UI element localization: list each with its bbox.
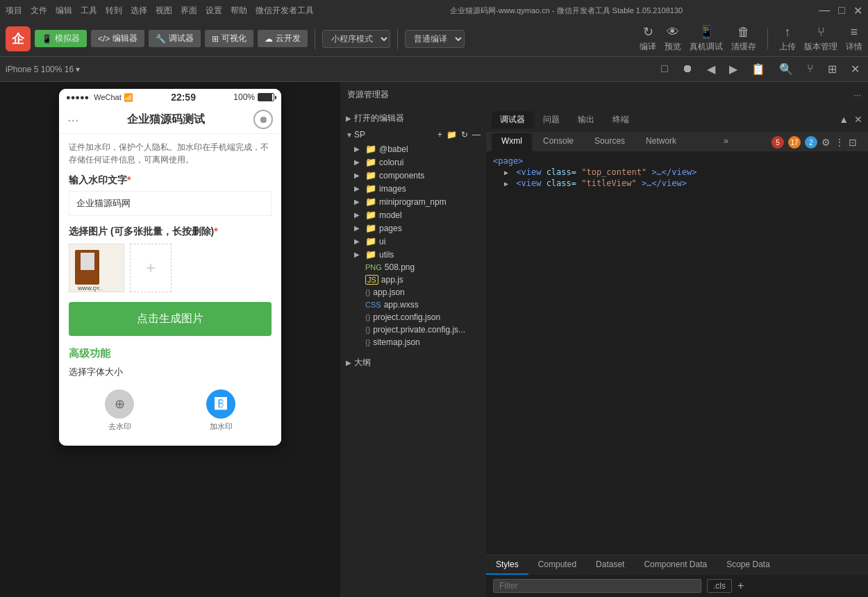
details-button[interactable]: ≡ 详情 [846, 25, 862, 53]
tree-item-colorui[interactable]: ▶ 📁 colorui [340, 155, 486, 169]
tree-item-babel[interactable]: ▶ 📁 @babel [340, 142, 486, 155]
debug-close-icon[interactable]: ✕ [854, 114, 862, 125]
compile-button[interactable]: ↻ 编译 [640, 24, 656, 53]
clear-cache-button[interactable]: 🗑 清缓存 [731, 25, 756, 53]
cls-button[interactable]: .cls [707, 579, 732, 593]
record-icon[interactable]: ⏺ [679, 61, 696, 77]
generate-image-button[interactable]: 点击生成图片 [69, 302, 272, 336]
tab-debugger[interactable]: 调试器 [492, 111, 533, 128]
dom-arrow-2[interactable]: ▶ [504, 180, 508, 187]
add-watermark-icon[interactable]: 🅱 加水印 [206, 389, 235, 432]
menu-item-goto[interactable]: 转到 [106, 5, 122, 17]
watermark-input[interactable]: 企业猫源码网 [69, 191, 272, 216]
back-icon[interactable]: ◀ [704, 61, 718, 77]
sp-root-section[interactable]: ▼ SP + 📁 ↻ — [340, 127, 486, 142]
styles-filter-input[interactable] [493, 579, 701, 593]
refresh-icon[interactable]: ↻ [461, 130, 468, 140]
menu-bar[interactable]: 项目 文件 编辑 工具 转到 选择 视图 界面 设置 帮助 微信开发者工具 [6, 5, 314, 17]
phone-time: 22:59 [171, 92, 196, 103]
tree-item-508png[interactable]: ▶ PNG 508.png [340, 261, 486, 274]
debugger-button[interactable]: 🔧 调试器 [149, 30, 201, 47]
close-secondary-icon[interactable]: ✕ [848, 61, 862, 77]
add-style-icon[interactable]: + [737, 580, 744, 592]
add-folder-icon[interactable]: 📁 [446, 130, 457, 140]
minimize-button[interactable]: — [819, 4, 830, 17]
compile-icon: ↻ [643, 24, 653, 40]
window-controls[interactable]: — □ ✕ [819, 4, 862, 17]
simulator-button[interactable]: 📱 模拟器 [35, 30, 87, 47]
tree-item-appjs[interactable]: ▶ JS app.js [340, 274, 486, 286]
remove-watermark-icon[interactable]: ⊕ 去水印 [105, 389, 134, 432]
debug-menu-icon[interactable]: ⋮ [835, 137, 844, 148]
visualize-button[interactable]: ⊞ 可视化 [205, 30, 253, 47]
dom-line-top-content[interactable]: ▶ <view class= "top_content" >…</view> [493, 167, 861, 178]
file-manager-actions[interactable]: ··· [853, 90, 861, 100]
grid-icon[interactable]: ⊞ [825, 61, 840, 77]
tree-item-images[interactable]: ▶ 📁 images [340, 182, 486, 195]
file-manager-more[interactable]: ··· [853, 90, 861, 100]
compile-selector[interactable]: 普通编译 [405, 30, 465, 48]
maximize-button[interactable]: □ [838, 4, 845, 17]
tab-terminal[interactable]: 终端 [604, 111, 637, 128]
styles-tab-computed[interactable]: Computed [528, 555, 586, 575]
dom-arrow-1[interactable]: ▶ [504, 169, 508, 176]
tree-item-utils[interactable]: ▶ 📁 utils [340, 248, 486, 261]
preview-button[interactable]: 👁 预览 [665, 25, 681, 53]
tree-item-sitemap[interactable]: ▶ {} sitemap.json [340, 336, 486, 348]
tree-item-project-config[interactable]: ▶ {} project.config.json [340, 311, 486, 323]
branch-icon[interactable]: ⑂ [804, 61, 817, 77]
wxml-tab-network[interactable]: Network [636, 133, 686, 151]
device-info[interactable]: iPhone 5 100% 16 ▾ [6, 65, 80, 74]
debug-up-icon[interactable]: ▲ [839, 114, 849, 125]
phone-menu-dots[interactable]: ··· [67, 112, 79, 128]
menu-item-view[interactable]: 视图 [156, 5, 172, 17]
menu-item-edit[interactable]: 编辑 [56, 5, 72, 17]
wxml-more-icon[interactable]: » [718, 133, 734, 151]
phone-icon[interactable]: □ [658, 61, 671, 77]
menu-item-tool[interactable]: 工具 [81, 5, 97, 17]
add-file-icon[interactable]: + [437, 130, 442, 140]
real-device-debug-button[interactable]: 📱 真机调试 [690, 24, 723, 53]
editor-button[interactable]: </> 编辑器 [91, 30, 144, 47]
tree-item-components[interactable]: ▶ 📁 components [340, 169, 486, 182]
styles-tab-dataset[interactable]: Dataset [586, 555, 634, 575]
opened-editors-section[interactable]: ▶ 打开的编辑器 [340, 110, 486, 127]
clipboard-icon[interactable]: 📋 [749, 61, 768, 77]
cloud-button[interactable]: ☁ 云开发 [258, 30, 308, 47]
styles-tab-component-data[interactable]: Component Data [634, 555, 717, 575]
outline-section[interactable]: ▶ 大纲 [340, 354, 486, 371]
upload-button[interactable]: ↑ 上传 [779, 25, 796, 53]
tree-item-npm[interactable]: ▶ 📁 miniprogram_npm [340, 195, 486, 208]
tab-problems[interactable]: 问题 [535, 111, 568, 128]
tree-item-appjson[interactable]: ▶ {} app.json [340, 286, 486, 298]
tree-item-appwxss[interactable]: ▶ CSS app.wxss [340, 298, 486, 311]
tree-item-ui[interactable]: ▶ 📁 ui [340, 235, 486, 248]
styles-tab-scope-data[interactable]: Scope Data [717, 555, 780, 575]
menu-item-devtools[interactable]: 微信开发者工具 [256, 5, 314, 17]
version-manage-button[interactable]: ⑂ 版本管理 [804, 25, 837, 53]
dom-line-title-view[interactable]: ▶ <view class= "titleView" >…</view> [493, 178, 861, 189]
styles-tab-styles[interactable]: Styles [486, 555, 528, 575]
collapse-icon[interactable]: — [472, 130, 481, 140]
add-image-button[interactable]: + [130, 244, 172, 292]
tab-output[interactable]: 输出 [569, 111, 603, 128]
tree-item-pages[interactable]: ▶ 📁 pages [340, 221, 486, 235]
phone-record-btn[interactable]: ⏺ [253, 110, 273, 129]
search-icon[interactable]: 🔍 [776, 61, 796, 77]
menu-item-settings[interactable]: 设置 [206, 5, 222, 17]
close-button[interactable]: ✕ [853, 4, 862, 17]
menu-item-interface[interactable]: 界面 [181, 5, 197, 17]
wxml-tab-wxml[interactable]: Wxml [492, 133, 532, 151]
mode-selector[interactable]: 小程序模式 [322, 30, 390, 48]
menu-item-project[interactable]: 项目 [6, 5, 22, 17]
menu-item-select[interactable]: 选择 [131, 5, 147, 17]
menu-item-help[interactable]: 帮助 [231, 5, 247, 17]
forward-icon[interactable]: ▶ [726, 61, 740, 77]
menu-item-file[interactable]: 文件 [31, 5, 47, 17]
tree-item-model[interactable]: ▶ 📁 model [340, 208, 486, 221]
tree-item-project-private[interactable]: ▶ {} project.private.config.js... [340, 323, 486, 336]
debug-detach-icon[interactable]: ⊡ [849, 137, 857, 148]
wxml-tab-console[interactable]: Console [533, 133, 583, 151]
debug-settings-icon[interactable]: ⚙ [821, 137, 831, 148]
wxml-tab-sources[interactable]: Sources [585, 133, 635, 151]
